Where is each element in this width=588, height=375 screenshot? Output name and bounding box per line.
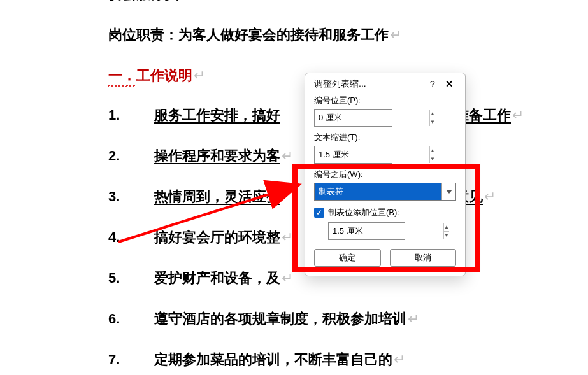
tab-stop-label: 制表位添加位置(B): [328, 207, 399, 218]
chevron-down-icon[interactable] [441, 183, 455, 200]
list-number: 4. [108, 229, 154, 246]
list-text: 操作程序和要求为客 [154, 146, 280, 166]
dialog-titlebar[interactable]: 调整列表缩... ? ✕ [305, 73, 465, 94]
paragraph-mark-icon: ↵ [484, 188, 496, 205]
spin-up-icon[interactable]: ▲ [430, 146, 435, 155]
after-number-field: 编号之后(W): 制表符 [314, 169, 456, 201]
tab-stop-checkbox[interactable]: ✓ [314, 208, 324, 218]
ok-button[interactable]: 确定 [314, 249, 381, 267]
paragraph-mark-icon: ↵ [512, 107, 524, 124]
help-button[interactable]: ? [424, 79, 441, 89]
tab-stop-input[interactable] [329, 223, 443, 239]
paragraph-mark-icon: ↵ [282, 229, 293, 246]
spin-down-icon[interactable]: ▼ [430, 155, 435, 164]
spin-up-icon[interactable]: ▲ [430, 110, 435, 118]
paragraph-mark-icon: ↵ [194, 67, 205, 83]
page-left-edge [45, 0, 45, 375]
after-number-combo[interactable]: 制表符 [314, 183, 456, 201]
paragraph-mark-icon: ↵ [394, 351, 405, 368]
after-number-label: 编号之后(W): [314, 169, 456, 180]
text-indent-spinner[interactable]: ▲▼ [314, 146, 392, 164]
after-number-value: 制表符 [315, 183, 441, 200]
text-indent-input[interactable] [315, 146, 429, 163]
spin-down-icon[interactable]: ▼ [430, 118, 435, 127]
doc-duty-line: 岗位职责：为客人做好宴会的接待和服务工作↵ [108, 25, 567, 45]
doc-title: 宴会服务员↵ [108, 0, 567, 4]
number-position-label: 编号位置(P): [314, 95, 456, 106]
list-number: 5. [108, 270, 154, 287]
paragraph-mark-icon: ↵ [180, 0, 191, 2]
spin-down-icon[interactable]: ▼ [444, 232, 449, 240]
list-number: 1. [108, 107, 154, 124]
list-text: 爱护财产和设备，及 [154, 269, 280, 288]
spin-up-icon[interactable]: ▲ [444, 223, 449, 232]
number-position-field: 编号位置(P): ▲▼ [314, 95, 456, 127]
text-indent-label: 文本缩进(T): [314, 132, 456, 143]
list-number: 6. [108, 311, 154, 327]
close-button[interactable]: ✕ [441, 78, 457, 90]
number-position-input[interactable] [315, 110, 429, 126]
list-text: 服务工作安排，搞好 [154, 106, 280, 125]
adjust-list-indent-dialog: 调整列表缩... ? ✕ 编号位置(P): ▲▼ 文本缩进(T): ▲▼ 编号之… [305, 73, 466, 276]
cancel-button[interactable]: 取消 [390, 249, 457, 267]
paragraph-mark-icon: ↵ [282, 148, 293, 164]
list-text: 搞好宴会厅的环境整 [154, 228, 280, 247]
list-item[interactable]: 6. 遵守酒店的各项规章制度，积极参加培训 ↵ [108, 309, 567, 329]
list-number: 2. [108, 148, 154, 164]
text-indent-field: 文本缩进(T): ▲▼ [314, 132, 456, 164]
list-number: 7. [108, 351, 154, 368]
tab-stop-spinner[interactable]: ▲▼ [328, 222, 405, 240]
dialog-title: 调整列表缩... [314, 78, 424, 90]
list-text: 定期参加菜品的培训，不断丰富自己的 [154, 350, 392, 369]
list-number: 3. [108, 188, 154, 205]
tab-stop-checkbox-row[interactable]: ✓ 制表位添加位置(B): [314, 207, 456, 218]
list-item[interactable]: 7. 定期参加菜品的培训，不断丰富自己的 ↵ [108, 350, 567, 369]
list-text: 遵守酒店的各项规章制度，积极参加培训 [154, 309, 406, 329]
paragraph-mark-icon: ↵ [408, 311, 419, 327]
paragraph-mark-icon: ↵ [390, 27, 401, 43]
spellcheck-squiggle: 一． [108, 66, 136, 85]
paragraph-mark-icon: ↵ [282, 270, 293, 287]
list-text: 热情周到，灵活应变 [154, 187, 280, 206]
number-position-spinner[interactable]: ▲▼ [314, 109, 392, 127]
